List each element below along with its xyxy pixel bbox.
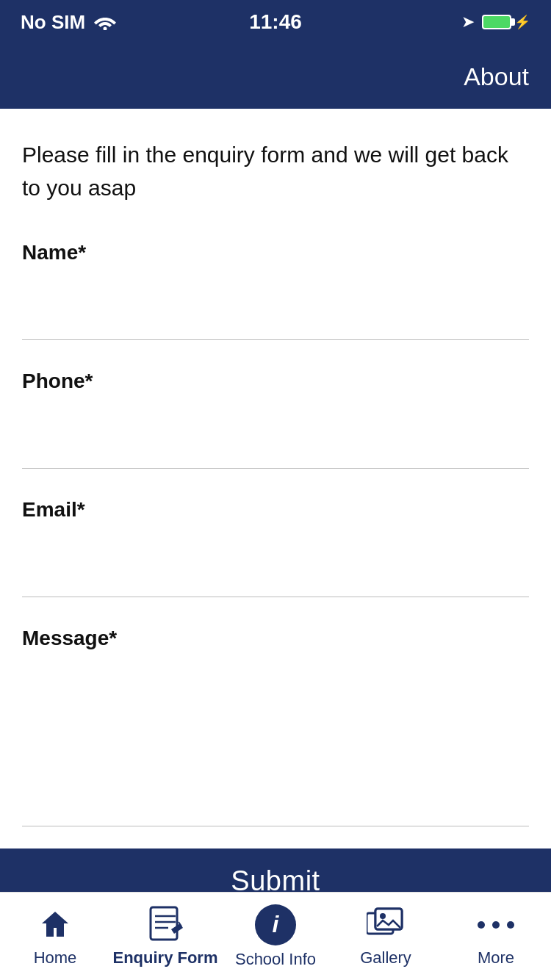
tab-bar: Home Enquiry Form i School Info <box>0 892 551 980</box>
status-bar: No SIM 11:46 ➤ ⚡ <box>0 0 551 44</box>
charging-icon: ⚡ <box>514 14 530 30</box>
wifi-icon <box>94 14 116 30</box>
name-label: Name* <box>22 241 529 264</box>
svg-point-11 <box>492 921 500 929</box>
tab-school[interactable]: i School Info <box>220 904 331 969</box>
battery-icon <box>482 15 511 29</box>
email-label: Email* <box>22 498 529 522</box>
phone-field-group: Phone* <box>22 370 529 469</box>
main-content: Please fill in the enquiry form and we w… <box>0 109 551 913</box>
time-display: 11:46 <box>249 10 302 34</box>
carrier-text: No SIM <box>21 11 85 34</box>
svg-point-10 <box>478 921 485 929</box>
tab-school-label: School Info <box>235 950 316 969</box>
tab-enquiry-label: Enquiry Form <box>112 948 217 968</box>
tab-home-label: Home <box>34 948 77 968</box>
svg-point-0 <box>104 27 107 31</box>
tab-gallery-label: Gallery <box>360 948 411 968</box>
location-icon: ➤ <box>461 12 475 32</box>
tab-more[interactable]: More <box>441 906 551 968</box>
tab-gallery[interactable]: Gallery <box>331 906 441 968</box>
name-input[interactable] <box>22 294 529 340</box>
enquiry-icon <box>146 906 184 944</box>
tab-enquiry[interactable]: Enquiry Form <box>110 906 220 968</box>
svg-point-12 <box>507 921 514 929</box>
more-icon <box>477 906 515 944</box>
svg-point-9 <box>380 913 386 919</box>
message-field-group: Message* <box>22 627 529 826</box>
svg-rect-1 <box>151 907 177 940</box>
nav-title: About <box>464 62 529 91</box>
home-icon <box>36 906 74 944</box>
message-label: Message* <box>22 627 529 650</box>
phone-label: Phone* <box>22 370 529 393</box>
tab-home[interactable]: Home <box>0 906 110 968</box>
email-field-group: Email* <box>22 498 529 597</box>
tab-more-label: More <box>478 948 514 968</box>
battery-indicator: ⚡ <box>482 14 530 30</box>
intro-text: Please fill in the enquiry form and we w… <box>22 138 529 204</box>
phone-input[interactable] <box>22 422 529 469</box>
status-icons: ➤ ⚡ <box>461 12 530 32</box>
gallery-icon <box>367 906 405 944</box>
name-field-group: Name* <box>22 241 529 340</box>
email-input[interactable] <box>22 551 529 597</box>
carrier-signal: No SIM <box>21 11 116 34</box>
message-input[interactable] <box>22 680 529 826</box>
school-info-icon: i <box>255 904 296 945</box>
nav-bar: About <box>0 44 551 109</box>
